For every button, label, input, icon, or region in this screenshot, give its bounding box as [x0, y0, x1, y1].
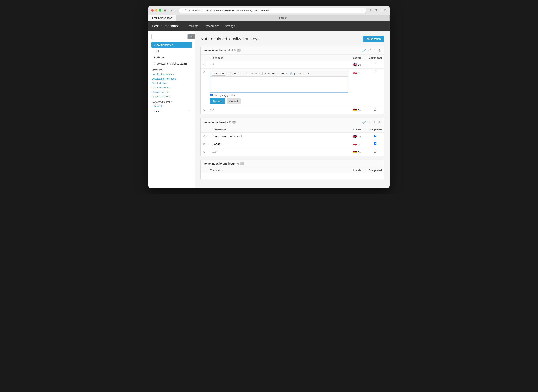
star-icon: ★	[153, 56, 156, 59]
back-button[interactable]: ‹	[170, 8, 173, 12]
underline-btn[interactable]: U	[240, 72, 243, 75]
order-localization-key-desc[interactable]: Localization key desc	[152, 77, 192, 81]
translation-en2[interactable]: Lorem ipsum dolor amet...	[210, 133, 351, 140]
tab-littest[interactable]: LitTest	[176, 15, 390, 21]
copy-icon-lorem[interactable]: ⎘	[238, 162, 239, 165]
use-wysiwyg-checkbox[interactable]	[210, 94, 213, 96]
order-by-label: Order by:	[152, 68, 192, 71]
table-row: ⊙✕ Header 🇵🇱 pl	[201, 140, 384, 148]
trash-icon[interactable]: 🗑	[378, 48, 381, 52]
link-icon[interactable]: 🔗	[362, 48, 366, 52]
narrow-prefix-label: Narrow with prefix	[152, 101, 192, 103]
chevron-left-icon: ‹	[152, 105, 152, 107]
cancel-button[interactable]: Cancel	[227, 98, 241, 104]
completed-checkbox-en[interactable]	[374, 63, 376, 65]
sidebar-toggle-button[interactable]: ⊞	[163, 9, 166, 12]
subscript-btn[interactable]: x₂	[254, 72, 257, 75]
sidebar-item-all[interactable]: ≡ all	[152, 48, 192, 54]
order-localization-key-asc[interactable]: Localization key asc	[152, 72, 192, 76]
superscript-btn[interactable]: x²	[258, 72, 262, 75]
reset-icon-2[interactable]: ↺	[368, 120, 371, 124]
translation-de2[interactable]: null	[210, 148, 351, 156]
minimize-button[interactable]	[155, 9, 157, 12]
sidebar-item-starred[interactable]: ★ starred	[152, 54, 192, 60]
prefix-item-index[interactable]: index ›	[152, 109, 192, 114]
maximize-button[interactable]	[159, 9, 161, 12]
format-select[interactable]: Normal	[212, 72, 225, 76]
nav-settings[interactable]: Settings ▾	[222, 21, 240, 31]
show-all-toggle[interactable]: ‹ show all	[152, 105, 192, 107]
col-completed-header: Completed	[366, 55, 384, 61]
sidebar-item-deleted-visited[interactable]: ↺ deleted and visited again	[152, 61, 192, 66]
completed-checkbox-de[interactable]	[374, 108, 376, 111]
italic-btn[interactable]: I	[237, 72, 239, 75]
outdent-btn[interactable]: ⇤	[267, 72, 271, 75]
completed-checkbox-de2[interactable]	[374, 150, 376, 153]
row-icon-pl: ⊙	[201, 69, 208, 106]
completed-checkbox-pl[interactable]	[374, 70, 376, 73]
tabs-button[interactable]: ⧉	[384, 8, 387, 12]
row-icon-de: ⊙	[201, 106, 208, 114]
indent-btn[interactable]: ⇥	[264, 72, 267, 75]
completed-de	[366, 106, 384, 114]
batch-touch-button[interactable]: batch touch	[363, 36, 384, 42]
share-button[interactable]: ⬆	[375, 8, 378, 12]
order-created-at-desc[interactable]: Created at desc	[152, 86, 192, 90]
row-icon-de2: ⊙	[201, 148, 210, 156]
align-center-btn[interactable]: ≡	[276, 72, 280, 75]
order-updated-at-desc[interactable]: Updated at desc	[152, 94, 192, 98]
key-actions-header: 🔗 ↺ ☆ 🗑	[362, 120, 381, 124]
eraser-btn[interactable]: ✏	[298, 72, 301, 75]
forward-button[interactable]: ›	[174, 8, 177, 12]
nav-translate[interactable]: Translate!	[184, 21, 202, 31]
locale-de2: 🇩🇪 de	[351, 148, 366, 156]
key-name-header: home.index.header ⎘ 7	[203, 121, 236, 124]
source-btn[interactable]: </>	[306, 72, 311, 75]
col-translation-header2: Translation	[210, 126, 351, 133]
star-outline-icon[interactable]: ☆	[373, 48, 376, 52]
align-left-btn[interactable]: ⬅≡	[271, 72, 276, 75]
tab-lost-in-translation[interactable]: Lost in translation	[148, 15, 176, 21]
col-locale-header3: Locale	[351, 167, 366, 173]
download-button[interactable]: ⬇	[369, 8, 372, 12]
completed-checkbox-pl2[interactable]	[374, 142, 376, 145]
font-color-btn[interactable]: A	[230, 72, 233, 75]
completed-en	[366, 61, 384, 69]
completed-checkbox-en2[interactable]	[374, 135, 376, 137]
translation-pl2[interactable]: Header	[210, 140, 351, 148]
translation-de[interactable]: null	[208, 106, 351, 114]
align-right-btn[interactable]: ≡➡	[280, 72, 285, 75]
search-input[interactable]	[152, 34, 188, 39]
ordered-list-btn[interactable]: ≡1	[245, 72, 249, 75]
close-button[interactable]	[151, 9, 154, 12]
search-button[interactable]: 🔍	[188, 34, 195, 39]
wysiwyg-toolbar: Normal T↕ A B I U ≡1	[210, 71, 348, 77]
link-btn[interactable]: 🔗	[289, 72, 293, 75]
refresh-button[interactable]: ↻	[362, 9, 364, 12]
reset-icon[interactable]: ↺	[368, 48, 371, 52]
new-tab-button[interactable]: +	[380, 8, 382, 12]
hr-btn[interactable]: —	[302, 72, 306, 75]
unordered-list-btn[interactable]: ≡•	[250, 72, 253, 75]
translation-table-lorem-ipsum: Translation Locale Completed	[201, 167, 384, 179]
copy-icon-header[interactable]: ⎘	[229, 121, 231, 123]
page-icon: ⊡	[181, 9, 183, 12]
link-icon-2[interactable]: 🔗	[362, 120, 366, 124]
unlink-btn[interactable]: ⛓	[294, 72, 297, 75]
order-created-at-asc[interactable]: Created at asc	[152, 81, 192, 85]
bold-btn[interactable]: B	[233, 72, 237, 75]
wysiwyg-body[interactable]	[210, 77, 348, 92]
order-updated-at-asc[interactable]: Updated at asc	[152, 90, 192, 94]
sidebar-item-not-translated[interactable]: ✏ not translated	[152, 42, 192, 48]
translation-en[interactable]: null	[208, 61, 351, 69]
url-display[interactable]: localhost:3000/lit/localization_keys/not…	[191, 9, 360, 12]
trash-icon-2[interactable]: 🗑	[378, 120, 381, 124]
copy-icon[interactable]: ⎘	[234, 49, 236, 52]
strikethrough-btn[interactable]: S	[285, 72, 288, 75]
star-outline-icon-2[interactable]: ☆	[373, 120, 376, 124]
font-size-btn[interactable]: T↕	[225, 72, 229, 75]
update-button[interactable]: Update	[210, 98, 225, 104]
prefix-section: Narrow with prefix ‹ show all index ›	[152, 101, 192, 114]
table-row: ⊙ null 🇩🇪 de	[201, 148, 384, 156]
nav-synchronize[interactable]: Synchronize	[202, 21, 222, 31]
